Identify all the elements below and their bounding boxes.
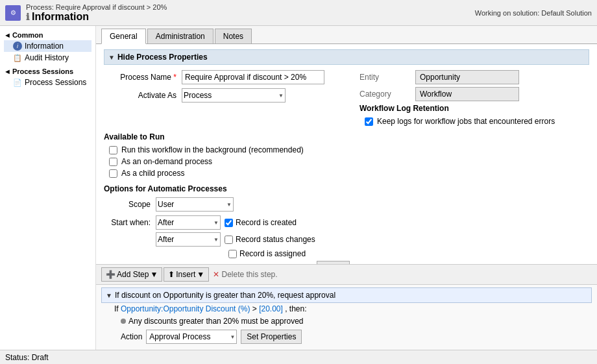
run-bg-row: Run this workflow in the background (rec… [104,144,589,156]
process-icon: ⚙ [5,5,21,21]
condition-operator: > [252,304,257,313]
action-select[interactable]: Approval Process [146,330,237,344]
sidebar-common-title: ◄ Common [4,31,91,39]
activate-as-select-wrapper: Process [182,88,286,103]
sub-step-dot [121,319,126,324]
run-bg-label: Run this workflow in the background (rec… [121,145,304,154]
sub-step-text: Any discounts greater than 20% must be a… [128,317,304,326]
sidebar: ◄ Common i Information 📋 Audit History ◄… [0,26,96,350]
record-assigned-checkbox-row: Record is assigned [228,249,306,258]
condition-suffix: , then: [285,304,306,313]
info-icon: ℹ [26,12,29,22]
activate-as-select[interactable]: Process [182,88,286,103]
action-select-wrapper: Approval Process [146,330,237,344]
condition-link-2[interactable]: [20.00] [259,304,283,313]
process-name-input[interactable] [182,70,324,84]
sidebar-item-audit-history[interactable]: 📋 Audit History [4,52,91,64]
audit-history-icon: 📋 [13,54,22,62]
sidebar-item-information[interactable]: i Information [4,40,91,52]
entity-row: Entity Opportunity [359,70,589,84]
form-content: ▼ Hide Process Properties Process Name A… [96,44,597,264]
workflow-sub-step: Any discounts greater than 20% must be a… [101,315,592,328]
sidebar-process-sessions-section: ◄ Process Sessions 📄 Process Sessions [0,65,95,90]
tab-administration[interactable]: Administration [147,29,213,43]
status-label: Status: Draft [5,353,49,362]
child-process-checkbox[interactable] [109,169,117,178]
on-demand-checkbox[interactable] [109,158,117,166]
header-info: ℹ Information [26,11,167,23]
scope-label: Scope [104,200,156,209]
common-arrow-icon: ◄ [4,31,11,39]
options-section: Options for Automatic Processes Scope Us… [104,184,589,264]
keep-logs-checkbox[interactable] [365,117,373,126]
record-status-label: Record status changes [236,235,315,244]
run-bg-checkbox[interactable] [109,146,117,154]
workflow-steps: ▼ If discount on Opportunity is greater … [96,285,597,350]
sidebar-audit-history-label: Audit History [25,53,69,62]
activate-as-label: Activate As [104,91,182,100]
record-created-checkbox-row: Record is created [225,218,297,227]
entity-label: Entity [359,73,411,82]
section-header-hide-process[interactable]: ▼ Hide Process Properties [104,49,589,65]
section-header-text: Hide Process Properties [117,53,208,62]
form-col-right: Entity Opportunity Category Workflow Wor… [347,70,589,127]
form-col-left: Process Name Activate As Process [104,70,334,127]
add-step-icon: ➕ [106,270,116,279]
sidebar-item-process-sessions[interactable]: 📄 Process Sessions [4,77,91,88]
record-assigned-checkbox[interactable] [228,250,237,258]
entity-value: Opportunity [415,70,519,84]
delete-label: Delete this step. [222,270,278,279]
set-properties-button[interactable]: Set Properties [241,330,302,344]
process-name-label: Process Name [104,73,182,82]
activate-as-row: Activate As Process [104,88,334,103]
insert-button[interactable]: ⬆ Insert ▼ [164,267,209,282]
scope-select[interactable]: User [156,197,234,212]
add-step-label: Add Step [117,270,149,279]
workflow-step-header[interactable]: ▼ If discount on Opportunity is greater … [101,287,592,303]
delete-step-button[interactable]: ✕ Delete this step. [210,269,280,280]
keep-logs-row: Keep logs for workflow jobs that encount… [359,115,589,127]
header: ⚙ Process: Require Approval if discount … [0,0,597,26]
record-created-checkbox[interactable] [225,219,233,227]
add-step-arrow-icon: ▼ [150,270,158,279]
information-icon: i [13,42,22,51]
workflow-condition: If Opportunity:Opportunity Discount (%) … [101,303,592,315]
tab-general[interactable]: General [101,29,146,44]
form-two-col: Process Name Activate As Process [104,70,589,127]
start-when-label: Start when: [104,218,156,227]
main-layout: ◄ Common i Information 📋 Audit History ◄… [0,26,597,350]
start-when-row-2: After Record status changes [104,232,589,247]
after-select-wrapper-1: After [156,215,221,230]
child-process-label: As a child process [121,169,184,178]
condition-link-1[interactable]: Opportunity:Opportunity Discount (%) [121,304,250,313]
workflow-step-1: ▼ If discount on Opportunity is greater … [101,287,592,346]
sidebar-process-sessions-label: Process Sessions [12,67,73,75]
after-select-2[interactable]: After [156,232,221,247]
status-bar: Status: Draft [0,350,597,364]
after-select-1[interactable]: After [156,215,221,230]
start-when-row-1: Start when: After Record is created [104,215,589,230]
scope-select-wrapper: User [156,197,234,212]
available-to-run-section: Available to Run Run this workflow in th… [104,132,589,179]
workflow-action-row: Action Approval Process Set Properties [101,328,592,346]
child-process-row: As a child process [104,167,589,179]
condition-prefix: If [114,304,119,313]
tabs: General Administration Notes [96,26,597,44]
options-title: Options for Automatic Processes [104,184,589,193]
process-name-row: Process Name [104,70,334,84]
workflow-area: ➕ Add Step ▼ ⬆ Insert ▼ ✕ Delete this st… [96,264,597,350]
on-demand-row: As an on-demand process [104,156,589,167]
insert-icon: ⬆ [168,270,175,279]
tab-notes[interactable]: Notes [215,29,252,43]
header-title: Information [32,11,89,23]
record-status-checkbox[interactable] [225,236,233,244]
header-process-name: Process: Require Approval if discount > … [26,3,167,11]
record-status-checkbox-row: Record status changes [225,235,315,244]
add-step-button[interactable]: ➕ Add Step ▼ [101,267,162,282]
sidebar-process-sessions-item-label: Process Sessions [25,78,86,87]
process-sessions-arrow-icon: ◄ [4,67,11,75]
category-label: Category [359,90,411,99]
scope-row: Scope User [104,197,589,212]
step-arrow-icon: ▼ [106,292,112,299]
workflow-log-section: Workflow Log Retention Keep logs for wor… [359,104,589,127]
